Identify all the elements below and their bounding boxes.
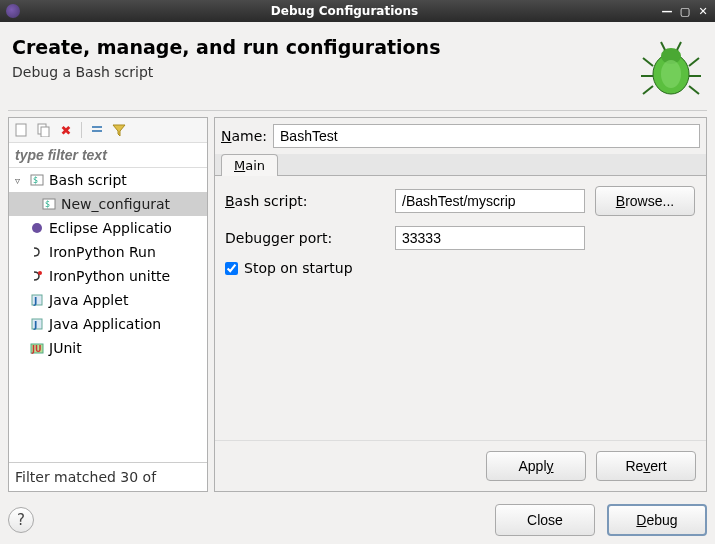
new-config-icon[interactable] [13,121,31,139]
svg-text:J: J [33,320,37,330]
svg-text:$: $ [45,200,50,209]
debug-button[interactable]: Debug [607,504,707,536]
tree-item-label: IronPython Run [49,244,156,260]
tab-page-main: Bash script: Browse... Debugger port: St… [215,176,706,440]
stop-on-startup-checkbox[interactable] [225,262,238,275]
svg-rect-11 [16,124,26,136]
junit-icon: JU [29,340,45,356]
config-tree: ▿ $ Bash script $ New_configurat [9,168,207,462]
tree-category-java-application[interactable]: J Java Application [9,312,207,336]
stop-on-startup-label: Stop on startup [244,260,353,276]
page-title: Create, manage, and run configurations [12,36,440,58]
svg-line-9 [677,42,681,50]
tab-main[interactable]: Main [221,154,278,176]
python-unittest-icon [29,268,45,284]
apply-button[interactable]: Apply [486,451,586,481]
svg-line-4 [643,86,653,94]
bash-script-label: Bash script: [225,193,385,209]
help-button[interactable]: ? [8,507,34,533]
svg-rect-15 [92,130,102,132]
maximize-icon[interactable]: ▢ [679,5,691,17]
right-panel: Name: Main Bash script: Browse... Debugg… [214,117,707,492]
filter-status: Filter matched 30 of [9,462,207,491]
svg-line-2 [643,58,653,66]
name-input[interactable] [273,124,700,148]
window-title: Debug Configurations [28,4,661,18]
eclipse-app-icon [6,4,20,18]
svg-rect-14 [92,126,102,128]
java-applet-icon: J [29,292,45,308]
bash-script-input[interactable] [395,189,585,213]
svg-point-21 [38,271,42,275]
tree-item-label: Eclipse Applicatio [49,220,172,236]
bash-type-icon: $ [29,172,45,188]
bug-icon [639,36,703,100]
filter-input[interactable] [9,143,207,168]
delete-config-icon[interactable]: ✖ [57,121,75,139]
duplicate-config-icon[interactable] [35,121,53,139]
tree-category-bash[interactable]: ▿ $ Bash script [9,168,207,192]
java-app-icon: J [29,316,45,332]
tree-item-label: IronPython unitte [49,268,170,284]
eclipse-type-icon [29,220,45,236]
svg-text:JU: JU [31,345,41,354]
browse-button[interactable]: Browse... [595,186,695,216]
config-toolbar: ✖ [9,118,207,143]
svg-line-8 [661,42,665,50]
python-run-icon [29,244,45,260]
svg-point-20 [32,223,42,233]
svg-rect-13 [41,127,49,137]
tree-category-ironpython-unittest[interactable]: IronPython unitte [9,264,207,288]
revert-button[interactable]: Revert [596,451,696,481]
debugger-port-label: Debugger port: [225,230,385,246]
tree-category-junit[interactable]: JU JUnit [9,336,207,360]
collapse-all-icon[interactable] [88,121,106,139]
tree-item-label: JUnit [49,340,82,356]
tree-category-label: Bash script [49,172,127,188]
debugger-port-input[interactable] [395,226,585,250]
close-icon[interactable]: ✕ [697,5,709,17]
svg-line-7 [689,86,699,94]
svg-text:$: $ [33,176,38,185]
tree-category-eclipse-app[interactable]: Eclipse Applicatio [9,216,207,240]
toolbar-separator [81,122,82,138]
tree-category-ironpython-run[interactable]: IronPython Run [9,240,207,264]
name-label: Name: [221,128,267,144]
dialog-header: Create, manage, and run configurations D… [8,30,707,111]
tabstrip: Main [215,154,706,176]
tree-item-new-configuration[interactable]: $ New_configurat [9,192,207,216]
tree-item-label: Java Application [49,316,161,332]
bash-config-icon: $ [41,196,57,212]
filter-icon[interactable] [110,121,128,139]
titlebar: Debug Configurations — ▢ ✕ [0,0,715,22]
help-icon: ? [17,511,25,529]
svg-line-5 [689,58,699,66]
svg-point-10 [661,60,681,88]
left-panel: ✖ ▿ $ Bash script [8,117,208,492]
svg-text:J: J [33,296,37,306]
page-subtitle: Debug a Bash script [12,64,440,80]
tree-item-label: Java Applet [49,292,128,308]
close-button[interactable]: Close [495,504,595,536]
tree-category-java-applet[interactable]: J Java Applet [9,288,207,312]
chevron-down-icon: ▿ [15,175,25,186]
tree-item-label: New_configurat [61,196,170,212]
minimize-icon[interactable]: — [661,5,673,17]
